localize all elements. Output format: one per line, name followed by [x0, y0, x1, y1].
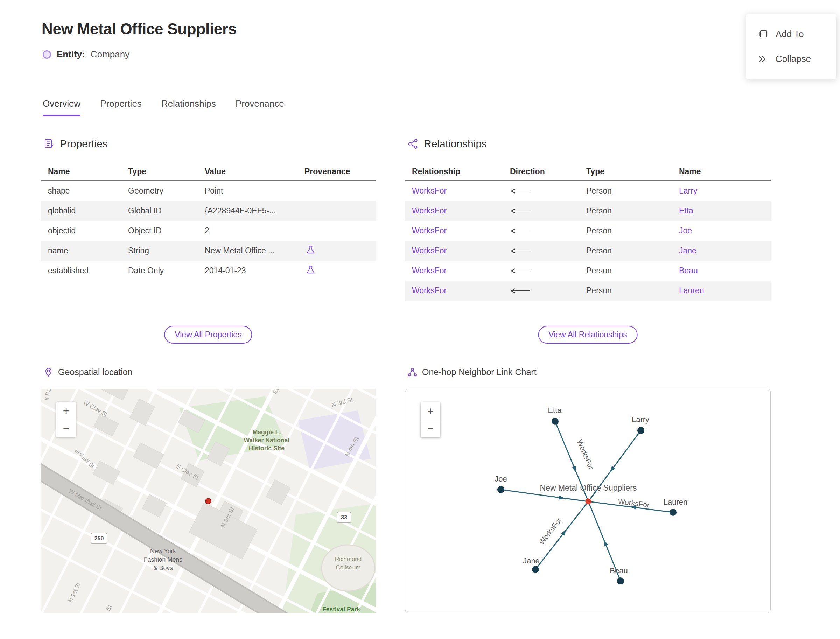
- zoom-out-button[interactable]: −: [56, 420, 76, 437]
- relationship-link[interactable]: WorksFor: [412, 286, 447, 295]
- zoom-in-button[interactable]: +: [56, 402, 76, 420]
- left-arrow-icon: [510, 208, 531, 214]
- table-row: established Date Only 2014-01-23: [41, 261, 375, 281]
- link-chart-graph: WorksFor WorksFor WorksFor Etta Larry Jo…: [405, 389, 770, 613]
- view-all-relationships-button[interactable]: View All Relationships: [538, 326, 638, 343]
- table-row: WorksFor Person Beau: [405, 261, 771, 281]
- add-to-label: Add To: [776, 29, 803, 40]
- table-row: WorksFor Person Joe: [405, 221, 771, 241]
- node-larry[interactable]: [637, 427, 644, 434]
- property-name: name: [41, 246, 121, 256]
- collapse-button[interactable]: Collapse: [746, 46, 837, 72]
- property-name: globalid: [41, 206, 121, 216]
- relationships-section-header: Relationships: [408, 138, 487, 150]
- relationship-link[interactable]: WorksFor: [412, 246, 447, 255]
- direction-cell: [503, 208, 579, 214]
- relationship-link[interactable]: WorksFor: [412, 186, 447, 195]
- map-label-place: Richmond: [335, 556, 362, 563]
- node-joe[interactable]: [497, 486, 504, 493]
- column-header: Type: [121, 167, 198, 176]
- properties-header-row: Name Type Value Provenance: [41, 163, 375, 181]
- table-row: name String New Metal Office ...: [41, 241, 375, 261]
- properties-table: Name Type Value Provenance shape Geometr…: [41, 163, 375, 281]
- linkchart-section-header: One-hop Neighbor Link Chart: [408, 367, 536, 377]
- related-type: Person: [579, 266, 672, 275]
- left-arrow-icon: [510, 228, 531, 234]
- relationships-header-row: Relationship Direction Type Name: [405, 163, 771, 181]
- node-center[interactable]: [585, 499, 592, 505]
- flask-icon[interactable]: [306, 265, 315, 274]
- map-canvas[interactable]: + −: [41, 389, 375, 613]
- geospatial-section-header: Geospatial location: [44, 367, 133, 377]
- table-row: globalid Global ID {A228944F-0EF5-...: [41, 201, 375, 221]
- collapse-label: Collapse: [776, 54, 811, 64]
- route-shield-250: 250: [91, 533, 107, 544]
- node-beau[interactable]: [617, 577, 624, 584]
- related-type: Person: [579, 246, 672, 256]
- node-etta[interactable]: [552, 418, 558, 425]
- property-type: Geometry: [121, 186, 198, 196]
- edge-label: WorksFor: [576, 439, 596, 471]
- map-label-place: Coliseum: [336, 564, 361, 571]
- map-label-place: & Boys: [153, 564, 173, 571]
- direction-cell: [503, 228, 579, 234]
- direction-cell: [503, 288, 579, 294]
- map-label-place: Walker National: [244, 437, 290, 444]
- page-title: New Metal Office Suppliers: [41, 20, 840, 38]
- property-value: New Metal Office ...: [198, 246, 298, 256]
- node-label: Lauren: [663, 498, 688, 506]
- column-header: Name: [672, 167, 771, 176]
- add-to-button[interactable]: Add To: [746, 22, 837, 46]
- related-entity-link[interactable]: Lauren: [679, 286, 704, 295]
- map-zoom-control: + −: [56, 402, 76, 437]
- related-entity-link[interactable]: Larry: [679, 186, 697, 195]
- tab-properties[interactable]: Properties: [100, 99, 142, 116]
- zoom-in-button[interactable]: +: [421, 402, 440, 420]
- relationships-section-title: Relationships: [424, 138, 487, 150]
- related-entity-link[interactable]: Joe: [679, 226, 692, 235]
- property-type: Date Only: [121, 266, 198, 275]
- node-label: Joe: [495, 475, 507, 483]
- network-icon: [408, 367, 417, 377]
- direction-cell: [503, 188, 579, 194]
- tab-relationships[interactable]: Relationships: [161, 99, 216, 116]
- property-type: String: [121, 246, 198, 256]
- property-provenance: [298, 265, 375, 277]
- related-entity-link[interactable]: Etta: [679, 206, 694, 215]
- property-value: Point: [198, 186, 298, 196]
- entity-row: Entity: Company: [43, 49, 840, 60]
- property-name: objectid: [41, 226, 121, 235]
- left-arrow-icon: [510, 188, 531, 194]
- tab-provenance[interactable]: Provenance: [235, 99, 284, 116]
- actions-card: Add To Collapse: [746, 14, 837, 79]
- property-value: {A228944F-0EF5-...: [198, 206, 298, 216]
- property-type: Object ID: [121, 226, 198, 235]
- flask-icon[interactable]: [306, 245, 315, 254]
- zoom-out-button[interactable]: −: [421, 420, 440, 437]
- left-column: Properties Name Type Value Provenance sh…: [41, 138, 375, 614]
- tab-bar: Overview Properties Relationships Proven…: [43, 99, 840, 116]
- svg-text:33: 33: [341, 514, 347, 520]
- node-lauren[interactable]: [670, 509, 676, 516]
- column-header: Type: [579, 167, 672, 176]
- related-type: Person: [579, 226, 672, 235]
- overview-columns: Properties Name Type Value Provenance sh…: [41, 138, 840, 614]
- center-node-label: New Metal Office Suppliers: [540, 483, 637, 493]
- chart-zoom-control: + −: [421, 402, 440, 437]
- map-location-marker[interactable]: [205, 498, 211, 504]
- relationship-link[interactable]: WorksFor: [412, 226, 447, 235]
- properties-section-title: Properties: [60, 138, 108, 150]
- node-jane[interactable]: [532, 566, 539, 573]
- relationship-link[interactable]: WorksFor: [412, 266, 447, 275]
- link-chart-canvas[interactable]: + −: [405, 389, 771, 613]
- entity-label: Entity:: [57, 49, 85, 60]
- map-pin-icon: [44, 367, 53, 377]
- relationships-table: Relationship Direction Type Name WorksFo…: [405, 163, 771, 300]
- map-label-place: Maggie L.: [253, 429, 281, 436]
- tab-overview[interactable]: Overview: [43, 99, 81, 116]
- related-entity-link[interactable]: Jane: [679, 246, 697, 255]
- geospatial-section-title: Geospatial location: [58, 367, 133, 377]
- view-all-properties-button[interactable]: View All Properties: [164, 326, 252, 343]
- related-entity-link[interactable]: Beau: [679, 266, 698, 275]
- relationship-link[interactable]: WorksFor: [412, 206, 447, 215]
